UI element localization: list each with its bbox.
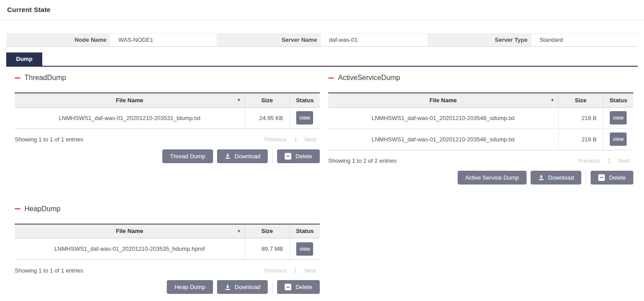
pagination-next[interactable]: Next [614,157,633,164]
delete-button[interactable]: Delete [591,171,633,185]
thread-dump-table: File Name ▾ Size Status LNMHSWS1_daf-was… [15,92,320,129]
view-button[interactable]: view [296,242,313,256]
column-header-status: Status [290,93,320,107]
table-row[interactable]: LNMHSWS1_daf-was-01_20201210-203535_hdum… [15,238,320,260]
pagination-previous[interactable]: Previous [261,136,290,143]
thread-dump-button[interactable]: Thread Dump [162,149,213,163]
pagination-previous[interactable]: Previous [574,157,604,164]
node-name-label: Node Name [6,34,110,46]
column-header-file-name[interactable]: File Name ▾ [15,224,245,238]
download-icon [538,174,544,181]
sort-caret-icon: ▾ [237,229,240,233]
download-button[interactable]: Download [217,280,268,294]
delete-minus-icon [285,284,291,290]
heap-dump-actions: Heap Dump Download Delete [15,280,320,294]
column-header-file-name[interactable]: File Name ▾ [328,93,558,107]
view-button[interactable]: view [610,111,627,124]
button-divider [586,171,586,185]
column-header-status: Status [290,224,320,238]
button-divider [272,280,273,294]
entries-info: Showing 1 to 1 of 1 entries [15,267,83,274]
download-button-label: Download [235,284,261,290]
main-content: ThreadDump File Name ▾ Size Status [0,67,644,294]
active-service-dump-title-row: ActiveServiceDump [328,74,633,82]
entries-info: Showing 1 to 1 of 1 entries [15,136,83,143]
section-title: HeapDump [24,205,60,213]
server-info-bar: Node Name WAS-NODE1 Server Name daf-was-… [6,33,638,47]
node-name-value: WAS-NODE1 [110,34,217,46]
status-cell: view [290,238,320,260]
left-column: ThreadDump File Name ▾ Size Status [15,74,320,294]
entries-info: Showing 1 to 2 of 2 entries [328,157,397,164]
pagination-next[interactable]: Next [301,136,320,143]
delete-button[interactable]: Delete [277,149,320,163]
collapse-minus-icon[interactable] [15,77,20,79]
status-cell: view [290,107,320,128]
server-type-value: Standard [531,34,638,46]
heap-dump-table: File Name ▾ Size Status LNMHSWS1_daf-was… [15,224,320,260]
pagination-page-1[interactable]: 1 [290,136,301,143]
file-name-header-label: File Name [116,228,143,234]
size-cell: 218 B [558,107,603,128]
pagination-next[interactable]: Next [301,267,320,274]
table-footer: Showing 1 to 2 of 2 entries Previous 1 N… [328,157,633,165]
column-header-status: Status [603,93,633,107]
delete-minus-icon [285,153,291,160]
pagination: Previous 1 Next [261,136,320,143]
right-column: ActiveServiceDump File Name ▾ Size Statu… [328,74,633,294]
collapse-minus-icon[interactable] [328,77,334,79]
section-title: ActiveServiceDump [338,74,400,82]
info-field-server-name: Server Name daf-was-01 [217,34,427,46]
info-field-node-name: Node Name WAS-NODE1 [6,34,217,46]
file-name-cell: LNMHSWS1_daf-was-01_20201210-203548_sdum… [328,107,558,128]
file-name-cell: LNMHSWS1_daf-was-01_20201210-203535_hdum… [15,238,245,260]
view-button[interactable]: view [610,132,627,146]
thread-dump-actions: Thread Dump Download Delete [15,149,320,163]
heap-dump-title-row: HeapDump [15,205,320,213]
tab-dump[interactable]: Dump [6,52,42,66]
page-title: Current State [7,6,637,13]
download-button[interactable]: Download [531,171,582,185]
delete-button-label: Delete [295,153,312,160]
delete-button[interactable]: Delete [277,280,320,294]
thread-dump-title-row: ThreadDump [15,74,320,82]
column-header-size: Size [558,93,603,107]
server-name-label: Server Name [217,34,321,46]
collapse-minus-icon[interactable] [15,208,20,209]
delete-button-label: Delete [295,284,312,290]
tab-bar: Dump [6,52,638,67]
button-divider [272,149,273,163]
download-icon [225,153,231,159]
pagination-page-1[interactable]: 1 [290,267,301,274]
sort-caret-icon: ▾ [237,97,240,102]
table-row[interactable]: LNMHSWS1_daf-was-01_20201210-203546_sdum… [328,128,633,150]
size-cell: 89.7 MB [245,238,290,260]
size-cell: 24.95 KB [245,107,290,128]
heap-dump-button[interactable]: Heap Dump [167,280,213,294]
file-name-header-label: File Name [430,97,457,104]
pagination: Previous 1 Next [261,267,320,274]
view-button[interactable]: view [296,111,313,124]
column-header-size: Size [245,93,290,107]
server-type-label: Server Type [427,34,531,46]
thread-dump-section: ThreadDump File Name ▾ Size Status [15,74,320,163]
pagination: Previous 1 Next [574,157,633,164]
server-name-value: daf-was-01 [321,34,427,46]
heap-dump-section: HeapDump File Name ▾ Size Status [15,205,320,294]
active-service-dump-button[interactable]: Active Service Dump [458,171,527,185]
table-row[interactable]: LNMHSWS1_daf-was-01_20201210-203548_sdum… [328,107,633,128]
column-header-file-name[interactable]: File Name ▾ [15,93,245,107]
file-name-header-label: File Name [116,97,143,104]
active-service-dump-section: ActiveServiceDump File Name ▾ Size Statu… [328,74,633,185]
size-cell: 218 B [558,128,603,150]
download-button[interactable]: Download [217,149,268,163]
status-cell: view [603,107,633,128]
delete-button-label: Delete [609,174,626,181]
table-row[interactable]: LNMHSWS1_daf-was-01_20201210-203531_tdum… [15,107,320,128]
active-service-dump-actions: Active Service Dump Download Delete [328,171,633,185]
sort-caret-icon: ▾ [551,97,553,102]
table-footer: Showing 1 to 1 of 1 entries Previous 1 N… [15,136,320,143]
pagination-previous[interactable]: Previous [261,267,290,274]
download-icon [225,284,231,290]
pagination-page-1[interactable]: 1 [604,157,614,164]
